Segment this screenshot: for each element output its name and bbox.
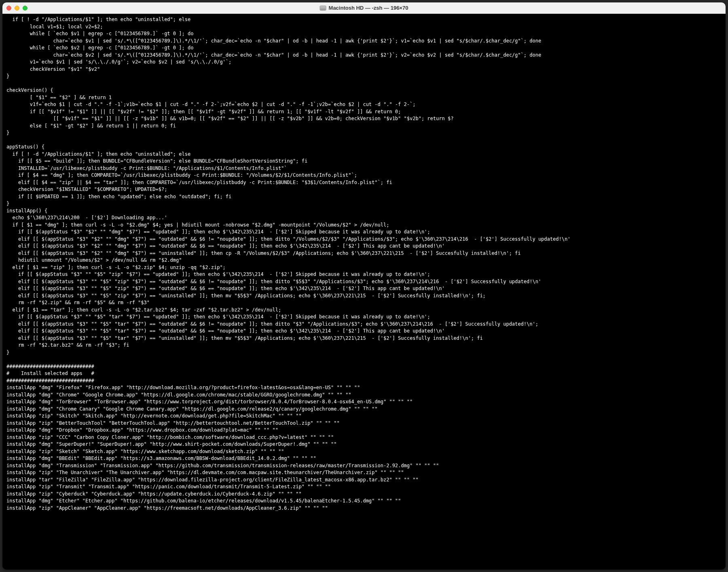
window-title: Macintosh HD — -zsh — 196×70 xyxy=(320,4,408,12)
window-title-text: Macintosh HD — -zsh — 196×70 xyxy=(329,4,408,12)
titlebar: Macintosh HD — -zsh — 196×70 xyxy=(2,2,726,14)
disk-icon xyxy=(320,6,326,11)
maximize-icon[interactable] xyxy=(23,6,28,11)
terminal-window: Macintosh HD — -zsh — 196×70 if [ ! -d "… xyxy=(2,2,726,570)
terminal-output[interactable]: if [ ! -d "/Applications/$1" ]; then ech… xyxy=(2,14,726,570)
minimize-icon[interactable] xyxy=(15,6,19,11)
close-icon[interactable] xyxy=(6,6,11,11)
traffic-lights xyxy=(6,6,28,11)
